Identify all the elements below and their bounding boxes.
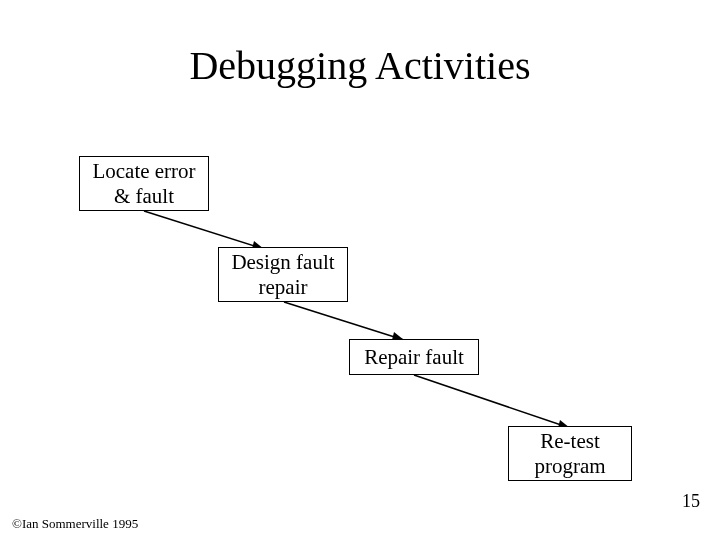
copyright: ©Ian Sommerville 1995 (12, 516, 138, 532)
svg-line-0 (144, 211, 264, 249)
box-locate-error: Locate error& fault (79, 156, 209, 211)
box-design-repair: Design faultrepair (218, 247, 348, 302)
box-locate-error-label: Locate error& fault (92, 159, 195, 207)
box-design-repair-label: Design faultrepair (231, 250, 334, 298)
box-repair-fault-label: Repair fault (364, 345, 464, 369)
slide-title: Debugging Activities (0, 42, 720, 89)
page-number: 15 (682, 491, 700, 512)
box-repair-fault: Repair fault (349, 339, 479, 375)
svg-line-4 (414, 375, 570, 428)
box-retest-program-label: Re-testprogram (534, 429, 605, 477)
box-retest-program: Re-testprogram (508, 426, 632, 481)
svg-line-2 (284, 302, 404, 340)
slide: Debugging Activities Locate error& fault… (0, 0, 720, 540)
